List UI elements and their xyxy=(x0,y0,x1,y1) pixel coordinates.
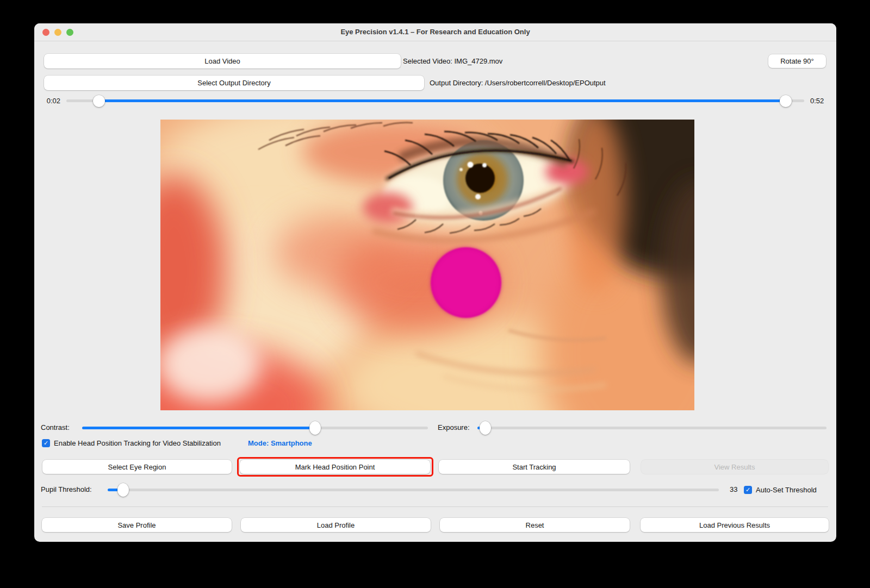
pupil-threshold-value: 33 xyxy=(730,485,737,494)
timeline-start-time: 0:02 xyxy=(39,97,60,105)
start-tracking-button[interactable]: Start Tracking xyxy=(439,460,630,474)
contrast-label: Contrast: xyxy=(41,423,70,432)
load-video-label: Load Video xyxy=(204,57,240,65)
save-profile-button[interactable]: Save Profile xyxy=(42,518,232,532)
start-tracking-label: Start Tracking xyxy=(512,463,556,471)
timeline-end-time: 0:52 xyxy=(810,97,824,105)
head-tracking-label: Enable Head Position Tracking for Video … xyxy=(54,439,221,447)
select-output-directory-label: Select Output Directory xyxy=(197,79,270,87)
eye-video-still xyxy=(160,120,694,410)
output-directory-text: Output Directory: /Users/robertcorrell/D… xyxy=(430,76,606,90)
timeline-start-thumb[interactable] xyxy=(93,95,105,107)
mode-smartphone-text: Mode: Smartphone xyxy=(248,439,312,447)
title-bar: Eye Precision v1.4.1 – For Research and … xyxy=(34,23,836,41)
contrast-fill xyxy=(82,427,315,429)
save-profile-label: Save Profile xyxy=(117,521,156,529)
view-results-button: View Results xyxy=(641,460,828,474)
view-results-label: View Results xyxy=(714,463,755,471)
pupil-threshold-label: Pupil Threshold: xyxy=(41,485,92,494)
rotate-90-label: Rotate 90° xyxy=(780,57,814,65)
timeline-track[interactable] xyxy=(66,99,804,102)
pupil xyxy=(465,164,495,193)
load-profile-button[interactable]: Load Profile xyxy=(241,518,431,532)
pupil-threshold-thumb[interactable] xyxy=(117,483,129,497)
window-title: Eye Precision v1.4.1 – For Research and … xyxy=(34,23,836,41)
timeline-selected-range xyxy=(99,99,786,102)
selected-video-text: Selected Video: IMG_4729.mov xyxy=(403,54,502,68)
video-preview-frame[interactable] xyxy=(160,120,694,410)
exposure-track[interactable] xyxy=(477,427,826,429)
rotate-90-button[interactable]: Rotate 90° xyxy=(768,54,826,68)
load-profile-label: Load Profile xyxy=(317,521,355,529)
load-previous-results-button[interactable]: Load Previous Results xyxy=(641,518,829,532)
auto-set-threshold-checkbox[interactable]: ✓ xyxy=(744,486,752,494)
contrast-thumb[interactable] xyxy=(309,421,321,435)
load-video-button[interactable]: Load Video xyxy=(44,54,401,68)
checkmark-icon: ✓ xyxy=(745,487,750,493)
contrast-track[interactable] xyxy=(82,427,428,429)
select-eye-region-button[interactable]: Select Eye Region xyxy=(42,460,232,474)
head-position-marker xyxy=(431,247,501,318)
checkmark-icon: ✓ xyxy=(44,440,48,446)
timeline-end-thumb[interactable] xyxy=(780,95,792,107)
select-eye-region-label: Select Eye Region xyxy=(108,463,166,471)
mark-head-position-button[interactable]: Mark Head Position Point xyxy=(240,460,430,474)
app-window: Eye Precision v1.4.1 – For Research and … xyxy=(34,23,836,542)
auto-set-threshold-label: Auto-Set Threshold xyxy=(756,486,817,494)
desktop-background: Eye Precision v1.4.1 – For Research and … xyxy=(0,0,870,588)
bottom-divider xyxy=(42,506,828,507)
head-tracking-checkbox[interactable]: ✓ xyxy=(42,439,50,447)
pupil-threshold-track[interactable] xyxy=(108,489,719,491)
mark-head-position-label: Mark Head Position Point xyxy=(295,463,375,471)
load-previous-results-label: Load Previous Results xyxy=(699,521,770,529)
reset-label: Reset xyxy=(526,521,544,529)
exposure-thumb[interactable] xyxy=(480,421,491,435)
exposure-label: Exposure: xyxy=(438,423,470,432)
select-output-directory-button[interactable]: Select Output Directory xyxy=(44,76,424,90)
reset-button[interactable]: Reset xyxy=(440,518,630,532)
